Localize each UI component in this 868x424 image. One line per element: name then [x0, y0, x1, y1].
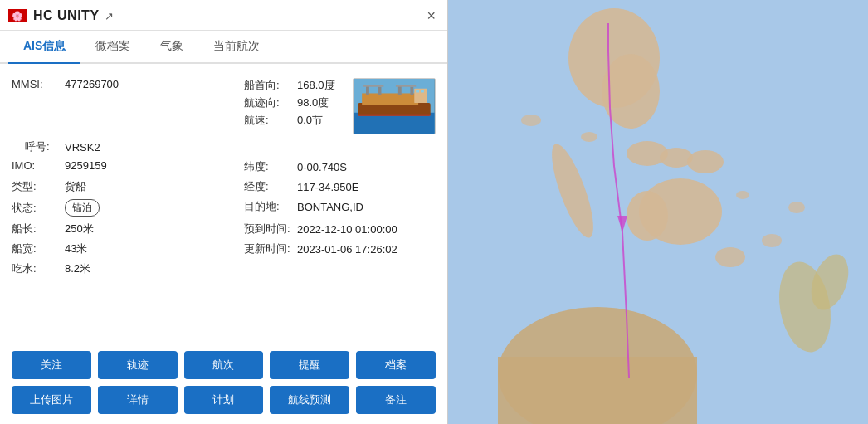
speed-value: 0.0节 [297, 113, 323, 128]
info-row-draft: 吃水: 8.2米 [12, 259, 436, 279]
hk-flag-icon: 🌸 [8, 9, 27, 22]
svg-rect-10 [363, 85, 383, 87]
heading-value: 168.0度 [297, 78, 335, 93]
alert-button[interactable]: 提醒 [270, 351, 349, 379]
info-left-status: 状态: 锚泊 [12, 199, 244, 217]
tab-bar: AIS信息 微档案 气象 当前航次 [0, 31, 447, 64]
svg-rect-13 [416, 90, 419, 93]
heading-label: 船首向: [244, 78, 294, 93]
length-label: 船长: [12, 222, 61, 236]
svg-point-34 [521, 115, 541, 126]
status-label: 状态: [12, 201, 61, 216]
button-row-2: 上传图片 详情 计划 航线预测 备注 [12, 386, 436, 414]
svg-rect-11 [396, 85, 416, 87]
info-left-type: 类型: 货船 [12, 179, 244, 194]
info-left-length: 船长: 250米 [12, 222, 244, 236]
notes-button[interactable]: 备注 [356, 386, 436, 414]
info-left-draft: 吃水: 8.2米 [12, 261, 244, 276]
status-badge: 锚泊 [65, 199, 100, 217]
upload-button[interactable]: 上传图片 [12, 386, 91, 414]
plan-button[interactable]: 计划 [184, 386, 264, 414]
archive-button[interactable]: 档案 [356, 351, 436, 379]
svg-point-29 [715, 247, 745, 267]
draft-value: 8.2米 [65, 261, 90, 276]
map-panel[interactable]: 2022-12-07 00:20:36 2022-12-07 06:25:55 … [448, 0, 868, 424]
lat-label: 纬度: [244, 159, 294, 174]
svg-point-32 [736, 191, 749, 199]
info-row-callsign: 呼号: VRSK2 [12, 137, 436, 157]
svg-point-30 [762, 234, 782, 247]
info-right-dest: 目的地: BONTANG,ID [244, 199, 436, 214]
svg-point-18 [602, 54, 660, 129]
beam-value: 43米 [65, 241, 87, 256]
svg-rect-7 [378, 87, 382, 95]
course-label: 航迹向: [244, 95, 294, 110]
svg-rect-26 [498, 357, 697, 424]
updated-value: 2023-01-06 17:26:02 [297, 243, 397, 256]
mmsi-value: 477269700 [65, 78, 119, 90]
info-left-beam: 船宽: 43米 [12, 241, 244, 256]
tab-weather[interactable]: 气象 [145, 31, 198, 62]
info-right-heading: 船首向: 168.0度 航迹向: 98.0度 航速: 0.0节 [244, 78, 436, 134]
svg-point-31 [788, 202, 805, 213]
type-label: 类型: [12, 179, 61, 194]
callsign-value: VRSK2 [65, 141, 100, 154]
tab-voyage[interactable]: 当前航次 [198, 31, 275, 62]
close-button[interactable]: × [427, 8, 436, 23]
svg-rect-5 [362, 93, 418, 105]
info-left-mmsi: MMSI: 477269700 [12, 78, 244, 90]
eta-value: 2022-12-10 01:00:00 [297, 223, 397, 236]
info-left-imo: IMO: 9259159 [12, 159, 244, 172]
ship-image [353, 78, 436, 134]
course-value: 98.0度 [297, 95, 329, 110]
svg-rect-4 [358, 103, 430, 116]
dest-label: 目的地: [244, 199, 294, 214]
voyage-button[interactable]: 航次 [184, 351, 264, 379]
length-value: 250米 [65, 222, 94, 236]
speed-label: 航速: [244, 113, 294, 128]
svg-point-23 [627, 191, 668, 241]
info-row-length: 船长: 250米 预到时间: 2022-12-10 01:00:00 [12, 219, 436, 239]
info-right-updated: 更新时间: 2023-01-06 17:26:02 [244, 241, 436, 256]
info-row-type: 类型: 货船 经度: 117-34.950E [12, 177, 436, 197]
svg-text:🌸: 🌸 [12, 10, 23, 22]
svg-rect-14 [421, 90, 424, 93]
track-button[interactable]: 轨迹 [98, 351, 178, 379]
eta-label: 预到时间: [244, 222, 294, 236]
button-row-1: 关注 轨迹 航次 提醒 档案 [12, 351, 436, 379]
lat-value: 0-00.740S [297, 161, 347, 173]
dest-value: BONTANG,ID [297, 201, 363, 213]
info-grid: MMSI: 477269700 船首向: 168.0度 航迹向: 98.0度 [12, 76, 436, 334]
detail-button[interactable]: 详情 [98, 386, 178, 414]
imo-value: 9259159 [65, 159, 107, 172]
callsign-label: 呼号: [12, 139, 61, 154]
info-row-imo: IMO: 9259159 纬度: 0-00.740S [12, 157, 436, 177]
tab-ais[interactable]: AIS信息 [8, 31, 80, 62]
info-right-lon: 经度: 117-34.950E [244, 179, 436, 194]
tab-profile[interactable]: 微档案 [80, 31, 145, 62]
ship-info-panel: 🌸 HC UNITY ↗ × AIS信息 微档案 气象 当前航次 MMSI: 4… [0, 0, 448, 424]
lon-label: 经度: [244, 179, 294, 194]
info-row-status: 状态: 锚泊 目的地: BONTANG,ID [12, 197, 436, 219]
ship-title: HC UNITY [33, 8, 100, 23]
route-predict-button[interactable]: 航线预测 [270, 386, 349, 414]
imo-label: IMO: [12, 159, 61, 172]
svg-rect-9 [410, 87, 413, 95]
lon-value: 117-34.950E [297, 181, 358, 193]
map-background [448, 0, 868, 424]
svg-point-21 [687, 150, 724, 173]
mmsi-label: MMSI: [12, 78, 61, 90]
panel-header: 🌸 HC UNITY ↗ × [0, 0, 447, 31]
info-row-beam: 船宽: 43米 更新时间: 2023-01-06 17:26:02 [12, 239, 436, 259]
type-value: 货船 [65, 179, 86, 194]
external-link-icon[interactable]: ↗ [105, 10, 114, 22]
info-right-eta: 预到时间: 2022-12-10 01:00:00 [244, 222, 436, 236]
info-right-lat: 纬度: 0-00.740S [244, 159, 436, 174]
action-buttons: 关注 轨迹 航次 提醒 档案 上传图片 详情 计划 航线预测 备注 [0, 343, 447, 424]
updated-label: 更新时间: [244, 241, 294, 256]
info-row-mmsi: MMSI: 477269700 船首向: 168.0度 航迹向: 98.0度 [12, 76, 436, 137]
ais-info-content: MMSI: 477269700 船首向: 168.0度 航迹向: 98.0度 [0, 64, 447, 343]
svg-point-33 [581, 132, 597, 142]
follow-button[interactable]: 关注 [12, 351, 91, 379]
beam-label: 船宽: [12, 241, 61, 256]
